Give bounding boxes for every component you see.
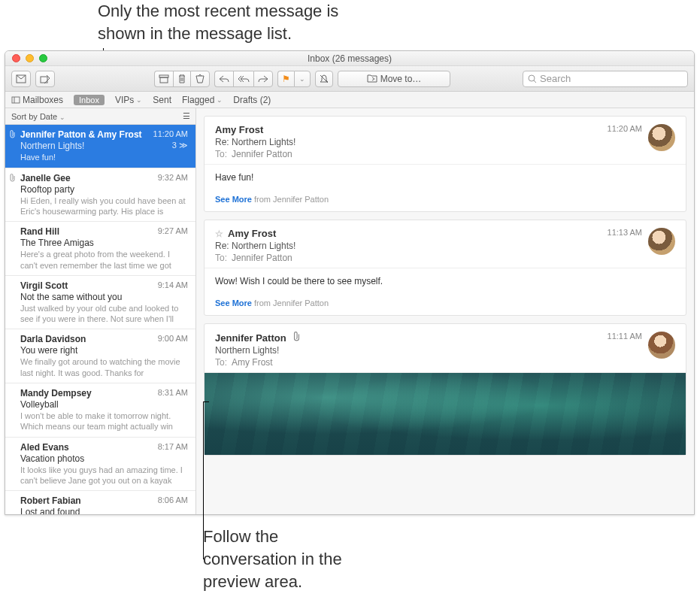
avatar — [648, 332, 675, 359]
move-to-button[interactable]: Move to… — [338, 71, 450, 87]
message-sender: Robert Fabian — [20, 495, 81, 506]
attachment-icon — [9, 174, 16, 183]
sort-bar[interactable]: Sort by Date ⌄ ☰ — [5, 108, 196, 125]
message-sender: Virgil Scott — [20, 280, 68, 291]
message-preview: It looks like you guys had an amazing ti… — [20, 465, 188, 486]
reply-button[interactable] — [214, 71, 233, 87]
message-preview: Here's a great photo from the weekend. I… — [20, 249, 188, 271]
toolbar: ⚑ ⌄ Move to… Search — [5, 66, 694, 92]
conversation-time: 11:13 AM — [582, 228, 642, 263]
svg-point-4 — [529, 75, 535, 81]
attachment-icon — [9, 130, 16, 140]
message-subject: You were right — [20, 345, 77, 356]
mute-button[interactable] — [315, 71, 333, 87]
message-sender: Mandy Dempsey — [20, 388, 92, 398]
message-sender: Darla Davidson — [20, 334, 86, 344]
flagged-tab[interactable]: Flagged ⌄ — [182, 95, 223, 105]
message-sender: Jennifer Patton & Amy Frost — [20, 129, 142, 140]
conversation-body: Have fun! — [205, 164, 686, 190]
filter-icon[interactable]: ☰ — [183, 111, 190, 121]
flag-menu-button[interactable]: ⌄ — [294, 71, 311, 87]
conversation-subject: Northern Lights! — [215, 345, 582, 356]
mailboxes-button[interactable]: Mailboxes — [11, 95, 63, 105]
callout-bottom: Follow the conversation in the preview a… — [0, 526, 376, 592]
conversation-time: 11:11 AM — [582, 332, 642, 368]
window-title: Inbox (26 messages) — [5, 53, 694, 64]
attachment-icon — [292, 333, 301, 344]
message-list-item[interactable]: Robert Fabian8:06 AMLost and foundHi eve… — [5, 491, 195, 514]
message-list-item[interactable]: Virgil Scott9:14 AMNot the same without … — [5, 276, 195, 330]
message-list-item[interactable]: Aled Evans8:17 AMVacation photosIt looks… — [5, 438, 195, 492]
message-time: 8:06 AM — [158, 495, 188, 506]
favorites-bar: Mailboxes Inbox VIPs ⌄ Sent Flagged ⌄ Dr… — [5, 92, 694, 108]
message-preview: I won't be able to make it tomorrow nigh… — [20, 411, 188, 432]
search-field[interactable]: Search — [523, 71, 688, 87]
message-list: Sort by Date ⌄ ☰ Jennifer Patton & Amy F… — [5, 108, 196, 514]
message-list-item[interactable]: Jennifer Patton & Amy Frost11:20 AMNorth… — [5, 125, 195, 168]
message-time: 11:20 AM — [153, 129, 188, 140]
message-sender: Rand Hill — [20, 226, 59, 237]
callout-top: Only the most recent message is shown in… — [0, 0, 376, 44]
conversation-recipient: Jennifer Patton — [232, 253, 292, 263]
delete-button[interactable] — [173, 71, 190, 87]
thread-count: 3 ≫ — [172, 141, 188, 151]
forward-button[interactable] — [253, 71, 273, 87]
search-placeholder: Search — [540, 73, 571, 84]
vips-tab[interactable]: VIPs ⌄ — [115, 95, 142, 105]
message-time: 8:31 AM — [158, 388, 188, 398]
message-preview: Have fun! — [20, 152, 188, 162]
search-icon — [528, 74, 537, 83]
avatar — [648, 124, 675, 151]
message-list-item[interactable]: Rand Hill9:27 AMThe Three AmigasHere's a… — [5, 222, 195, 276]
sent-tab[interactable]: Sent — [153, 95, 171, 105]
message-time: 9:32 AM — [158, 173, 188, 183]
message-list-item[interactable]: Mandy Dempsey8:31 AMVolleyballI won't be… — [5, 383, 195, 438]
junk-button[interactable] — [190, 71, 210, 87]
message-preview: Hi Eden, I really wish you could have be… — [20, 195, 188, 217]
message-subject: Rooftop party — [20, 184, 74, 195]
message-subject: Lost and found — [20, 507, 80, 514]
conversation-recipient: Amy Frost — [232, 357, 273, 368]
star-icon[interactable]: ☆ — [215, 229, 223, 239]
message-preview: Just walked by your old cube and looked … — [20, 303, 188, 325]
conversation-subject: Re: Northern Lights! — [215, 137, 582, 147]
message-subject: Not the same without you — [20, 292, 122, 302]
message-subject: Northern Lights! — [20, 141, 84, 151]
inbox-tab[interactable]: Inbox — [74, 95, 105, 105]
preview-pane: Amy FrostRe: Northern Lights!To:Jennifer… — [196, 108, 694, 514]
message-sender: Aled Evans — [20, 442, 69, 453]
titlebar: Inbox (26 messages) — [5, 51, 694, 66]
compose-button[interactable] — [35, 71, 55, 87]
drafts-tab[interactable]: Drafts (2) — [233, 95, 271, 105]
message-time: 9:00 AM — [158, 334, 188, 344]
conversation-sender: Jennifer Patton — [215, 332, 286, 344]
archive-button[interactable] — [154, 71, 173, 87]
message-time: 8:17 AM — [158, 442, 188, 453]
message-time: 9:27 AM — [158, 226, 188, 237]
flag-button[interactable]: ⚑ — [277, 71, 294, 87]
message-sender: Janelle Gee — [20, 173, 71, 183]
message-subject: The Three Amigas — [20, 238, 94, 248]
message-preview: We finally got around to watching the mo… — [20, 356, 188, 378]
see-more-link[interactable]: See More from Jennifer Patton — [205, 294, 686, 315]
attachment-image[interactable] — [205, 372, 686, 455]
message-list-item[interactable]: Janelle Gee9:32 AMRooftop partyHi Eden, … — [5, 168, 195, 223]
avatar — [648, 228, 675, 255]
conversation-card[interactable]: Amy FrostRe: Northern Lights!To:Jennifer… — [204, 116, 686, 212]
conversation-card[interactable]: Jennifer PattonNorthern Lights!To:Amy Fr… — [204, 323, 686, 456]
mail-window: Inbox (26 messages) ⚑ ⌄ Move to… Search — [5, 50, 695, 515]
conversation-recipient: Jennifer Patton — [232, 149, 292, 159]
get-mail-button[interactable] — [11, 71, 31, 87]
message-subject: Vacation photos — [20, 453, 84, 464]
svg-rect-3 — [160, 77, 168, 83]
conversation-body: Wow! Wish I could be there to see myself… — [205, 268, 686, 294]
message-list-item[interactable]: Darla Davidson9:00 AMYou were rightWe fi… — [5, 329, 195, 383]
see-more-link[interactable]: See More from Jennifer Patton — [205, 190, 686, 211]
conversation-card[interactable]: ☆Amy FrostRe: Northern Lights!To:Jennife… — [204, 220, 686, 316]
svg-rect-5 — [12, 97, 20, 103]
conversation-subject: Re: Northern Lights! — [215, 241, 582, 251]
reply-all-button[interactable] — [233, 71, 253, 87]
message-subject: Volleyball — [20, 399, 59, 410]
move-to-label: Move to… — [380, 74, 422, 84]
conversation-time: 11:20 AM — [582, 124, 642, 159]
